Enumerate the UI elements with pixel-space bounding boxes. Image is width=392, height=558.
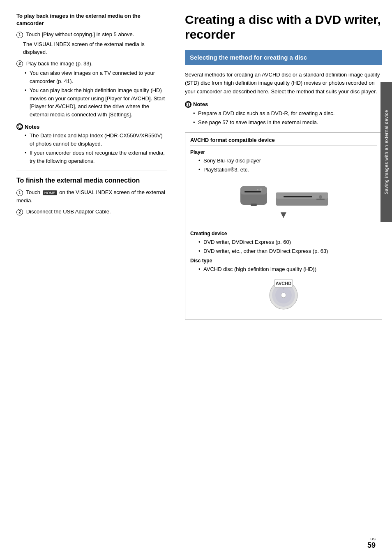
step-3-number: 1 xyxy=(16,190,23,196)
notes-label-1: Notes xyxy=(25,124,39,130)
svg-point-14 xyxy=(281,293,286,298)
step-2-text: Play back the image (p. 33). xyxy=(26,60,93,67)
step-1: 1 Touch [Play without copying.] in step … xyxy=(16,30,167,56)
avchd-disc-container: AVCHD xyxy=(190,277,377,311)
creating-device-bullets: DVD writer, DVDirect Express (p. 60) DVD… xyxy=(190,238,377,255)
player-illustration: ▼ xyxy=(190,178,377,227)
svg-text:AVCHD: AVCHD xyxy=(276,281,291,286)
svg-rect-3 xyxy=(251,204,257,206)
main-title: Creating a disc with a DVD writer, recor… xyxy=(185,12,382,42)
notes-header-1: ⓘ Notes xyxy=(16,123,167,130)
note-right-bullet-2: See page 57 to save images in the extern… xyxy=(193,118,382,127)
note-1-bullet-1: The Date Index and Map Index (HDR-CX550V… xyxy=(25,132,167,148)
step-3: 1 Touch HOME on the VISUAL INDEX screen … xyxy=(16,188,167,204)
left-column: To play back images in the external medi… xyxy=(0,0,177,558)
svg-rect-8 xyxy=(284,196,312,197)
step-2-number: 2 xyxy=(16,60,23,67)
notes-icon-1: ⓘ xyxy=(16,123,23,130)
step-4-number: 2 xyxy=(16,209,23,215)
intro-text: Several methods for creating an AVCHD di… xyxy=(185,71,382,96)
notes-icon-right: ⓘ xyxy=(185,101,191,108)
page-number-container: US 59 xyxy=(367,537,376,550)
avchd-disc-svg: AVCHD xyxy=(267,277,300,310)
ps3-device xyxy=(238,182,269,207)
step-2: 2 Play back the image (p. 33). You can a… xyxy=(16,60,167,119)
avchd-box-title: AVCHD format compatible device xyxy=(190,137,377,146)
creating-device-label: Creating device xyxy=(190,231,377,236)
svg-point-4 xyxy=(260,188,262,191)
arrow-down: ▼ xyxy=(194,209,373,220)
bluray-device xyxy=(275,190,329,207)
step-4-text: Disconnect the USB Adaptor Cable. xyxy=(26,208,111,215)
svg-rect-10 xyxy=(316,199,325,200)
disc-type-bullet-1: AVCHD disc (high definition image qualit… xyxy=(198,265,377,273)
notes-bullets-right: Prepare a DVD disc such as a DVD-R, for … xyxy=(185,109,382,127)
sidebar-tab: Saving images with an external device xyxy=(380,82,392,222)
device-container xyxy=(194,182,373,207)
step-1-number: 1 xyxy=(16,32,23,38)
disc-type-bullets: AVCHD disc (high definition image qualit… xyxy=(190,265,377,273)
creating-bullet-2: DVD writer, etc., other than DVDirect Ex… xyxy=(198,247,377,255)
svg-point-9 xyxy=(319,195,322,199)
step-1-sub: The VISUAL INDEX screen of the external … xyxy=(16,40,167,56)
home-icon: HOME xyxy=(43,190,57,195)
step-3-text: Touch xyxy=(26,189,40,195)
notes-section-1: ⓘ Notes The Date Index and Map Index (HD… xyxy=(16,123,167,165)
step-2-bullet-1: You can also view images on a TV connect… xyxy=(25,69,167,85)
notes-label-right: Notes xyxy=(193,101,208,107)
player-label: Player xyxy=(190,149,377,155)
section-heading: Selecting the method for creating a disc xyxy=(185,50,382,65)
creating-bullet-1: DVD writer, DVDirect Express (p. 60) xyxy=(198,238,377,246)
disc-type-label: Disc type xyxy=(190,258,377,264)
page-us: US xyxy=(367,537,376,541)
subsection2-heading: To finish the external media connection xyxy=(16,177,167,184)
notes-header-right: ⓘ Notes xyxy=(185,101,382,108)
ps3-svg xyxy=(238,182,269,207)
subsection1-heading: To play back images in the external medi… xyxy=(16,12,167,27)
section-divider xyxy=(16,171,167,171)
avchd-box: AVCHD format compatible device Player So… xyxy=(185,132,382,320)
sidebar-tab-text: Saving images with an external device xyxy=(384,110,389,194)
svg-rect-2 xyxy=(244,191,261,192)
right-column: Creating a disc with a DVD writer, recor… xyxy=(177,0,392,558)
svg-rect-1 xyxy=(240,186,267,194)
player-bullets: Sony Blu-ray disc player PlayStation®3, … xyxy=(190,157,377,174)
note-1-bullet-2: If your camcorder does not recognize the… xyxy=(25,149,167,165)
svg-point-5 xyxy=(257,189,258,190)
notes-section-right: ⓘ Notes Prepare a DVD disc such as a DVD… xyxy=(185,101,382,127)
step-2-bullets: You can also view images on a TV connect… xyxy=(16,69,167,118)
step-1-text: Touch [Play without copying.] in step 5 … xyxy=(26,31,134,37)
step-4: 2 Disconnect the USB Adaptor Cable. xyxy=(16,208,167,216)
player-bullet-1: Sony Blu-ray disc player xyxy=(198,157,377,165)
notes-bullets-1: The Date Index and Map Index (HDR-CX550V… xyxy=(16,132,167,165)
bluray-svg xyxy=(275,190,329,207)
player-bullet-2: PlayStation®3, etc. xyxy=(198,166,377,174)
step-2-bullet-2: You can play back the high definition im… xyxy=(25,86,167,118)
note-right-bullet-1: Prepare a DVD disc such as a DVD-R, for … xyxy=(193,109,382,118)
page-number: 59 xyxy=(367,541,376,549)
